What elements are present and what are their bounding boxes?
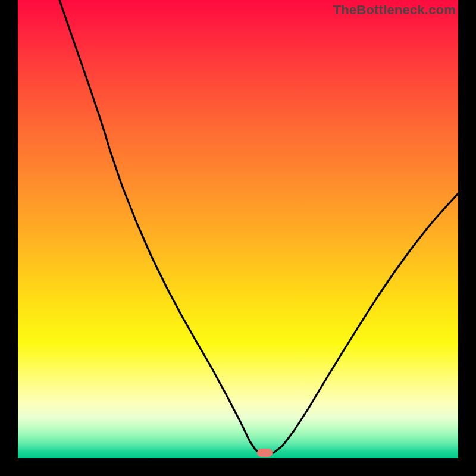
chart-stage: TheBottleneck.com: [0, 0, 476, 476]
bottleneck-curve: [60, 0, 458, 453]
watermark-text: TheBottleneck.com: [333, 2, 456, 18]
curve-svg: [18, 0, 458, 458]
gradient-plot-area: [18, 0, 458, 458]
min-marker: [257, 449, 273, 457]
